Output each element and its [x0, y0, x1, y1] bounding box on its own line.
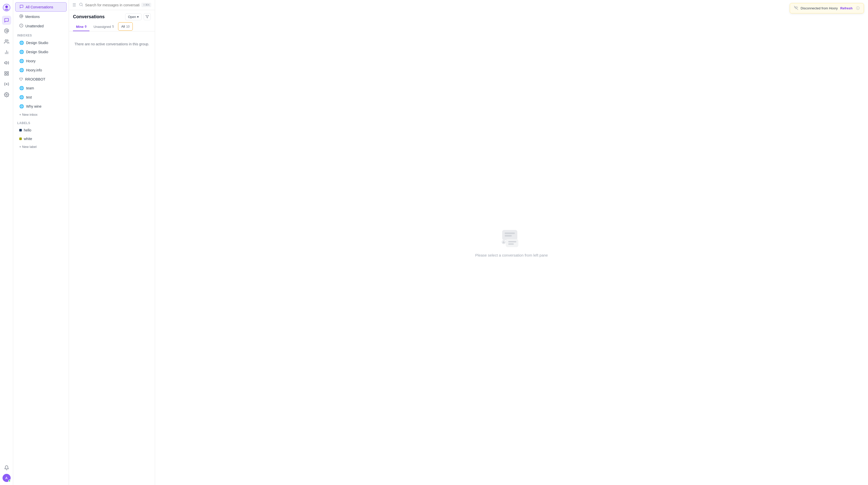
inbox-label-3: Hoory	[26, 59, 35, 63]
sidebar-inbox-team[interactable]: 🌐 team	[15, 84, 67, 92]
tabs-row: Mine 0 Unassigned 5 All 10	[69, 20, 155, 31]
tab-unassigned-label: Unassigned	[93, 25, 111, 29]
sidebar-inbox-rroobbot[interactable]: 🛡 RROOBBOT	[15, 75, 67, 83]
tab-unassigned-count: 5	[112, 25, 114, 28]
sidebar-inbox-why-wine[interactable]: 🌐 Why wine	[15, 102, 67, 111]
label-name-hello: hello	[24, 128, 31, 132]
conversations-panel: ☰ ⇧⌘K Conversations Open ▾	[69, 0, 155, 485]
svg-point-4	[5, 40, 7, 41]
empty-conversations-message: There are no active conversations in thi…	[74, 41, 149, 47]
sidebar-item-mentions[interactable]: Mentions	[15, 12, 67, 21]
svg-rect-27	[508, 244, 514, 245]
labels-title: Labels	[13, 118, 69, 126]
status-label: Open	[128, 15, 136, 19]
tab-unassigned[interactable]: Unassigned 5	[90, 23, 117, 31]
unattended-icon	[19, 24, 23, 28]
empty-message: Please select a conversation from left p…	[475, 253, 548, 257]
new-inbox-label: + New inbox	[19, 113, 37, 117]
svg-rect-25	[506, 239, 518, 247]
sidebar-item-unattended[interactable]: Unattended	[15, 22, 67, 30]
svg-rect-11	[7, 74, 8, 75]
label-name-white: white	[24, 137, 32, 141]
sidebar-item-conversations[interactable]	[2, 16, 11, 25]
search-icon	[79, 3, 83, 7]
inbox-icon-7: 🌐	[19, 95, 24, 100]
main-content: ☰ ⇧⌘K Conversations Open ▾	[69, 0, 868, 485]
empty-conversations: There are no active conversations in thi…	[69, 31, 155, 485]
sidebar-item-helpdesk[interactable]	[2, 69, 11, 78]
right-pane: Please select a conversation from left p…	[155, 0, 868, 485]
svg-point-13	[6, 84, 7, 85]
inbox-icon-8: 🌐	[19, 104, 24, 109]
tab-all-count: 10	[126, 25, 129, 28]
hamburger-icon[interactable]: ☰	[72, 3, 76, 7]
svg-point-30	[503, 241, 503, 242]
sidebar-item-mentions[interactable]	[2, 26, 11, 35]
sidebar-item-all-conversations[interactable]: All Conversations	[15, 2, 67, 12]
new-label-label: + New label	[19, 145, 36, 149]
search-input[interactable]	[85, 3, 140, 7]
search-bar: ☰ ⇧⌘K	[69, 0, 155, 10]
tab-mine-count: 0	[85, 25, 87, 28]
avatar-letter: A	[5, 476, 8, 480]
sidebar-label-hello[interactable]: hello	[15, 126, 67, 134]
inbox-label-8: Why wine	[26, 104, 41, 108]
notification-message: Disconnected from Hoory	[801, 6, 838, 10]
inboxes-title: Inboxes	[13, 31, 69, 38]
sidebar-item-settings[interactable]	[2, 90, 11, 99]
inbox-icon-5: 🛡	[19, 77, 23, 81]
sidebar-item-reports[interactable]	[2, 47, 11, 57]
svg-rect-9	[5, 72, 6, 73]
icon-bar: A	[0, 0, 13, 485]
svg-point-2	[5, 9, 9, 11]
inbox-label-1: Design Studio	[26, 41, 48, 45]
inbox-label-7: test	[26, 95, 32, 99]
svg-line-20	[82, 5, 83, 6]
svg-rect-10	[7, 72, 8, 73]
svg-point-15	[21, 15, 22, 17]
mentions-icon	[19, 14, 23, 19]
svg-rect-12	[5, 74, 6, 75]
refresh-button[interactable]: Refresh	[840, 6, 852, 10]
svg-rect-23	[505, 232, 515, 234]
notifications-icon[interactable]	[2, 463, 11, 472]
new-inbox-link[interactable]: + New inbox	[15, 111, 67, 118]
unattended-label: Unattended	[25, 24, 43, 28]
tab-mine[interactable]: Mine 0	[73, 23, 89, 31]
svg-marker-21	[146, 15, 149, 18]
inbox-icon-1: 🌐	[19, 40, 24, 45]
sidebar-label-white[interactable]: white	[15, 135, 67, 143]
icon-bar-bottom: A	[2, 463, 11, 482]
conversations-title: Conversations	[73, 14, 105, 20]
tab-all[interactable]: All 10	[118, 22, 133, 31]
inbox-icon-4: 🌐	[19, 68, 24, 72]
sidebar-item-automation[interactable]	[2, 79, 11, 89]
inbox-label-4: Hoory.info	[26, 68, 42, 72]
close-icon[interactable]: ⓘ	[856, 6, 860, 11]
sidebar-inbox-test[interactable]: 🌐 test	[15, 93, 67, 102]
sidebar-inbox-design-studio-1[interactable]: 🌐 Design Studio	[15, 38, 67, 47]
svg-point-3	[6, 30, 7, 32]
chat-illustration	[500, 228, 523, 249]
sidebar-item-contacts[interactable]	[2, 37, 11, 46]
label-dot-hello	[19, 129, 22, 131]
conversations-header: Conversations Open ▾	[69, 10, 155, 20]
app-logo	[2, 3, 11, 12]
all-conversations-label: All Conversations	[26, 5, 53, 9]
sidebar-item-campaigns[interactable]	[2, 58, 11, 67]
label-dot-white	[19, 137, 22, 140]
filter-button[interactable]	[144, 13, 151, 20]
sidebar-inbox-hoory-info[interactable]: 🌐 Hoory.info	[15, 66, 67, 74]
search-shortcut: ⇧⌘K	[142, 3, 151, 7]
svg-point-14	[6, 94, 7, 95]
new-label-link[interactable]: + New label	[15, 143, 67, 150]
sidebar-inbox-hoory[interactable]: 🌐 Hoory	[15, 57, 67, 65]
inbox-label-2: Design Studio	[26, 50, 48, 54]
conversations-controls: Open ▾	[125, 13, 151, 20]
avatar[interactable]: A	[3, 474, 11, 482]
inbox-icon-3: 🌐	[19, 59, 24, 63]
inbox-icon-6: 🌐	[19, 86, 24, 90]
sidebar-inbox-design-studio-2[interactable]: 🌐 Design Studio	[15, 47, 67, 56]
status-dropdown[interactable]: Open ▾	[125, 13, 142, 20]
svg-marker-8	[4, 61, 6, 64]
